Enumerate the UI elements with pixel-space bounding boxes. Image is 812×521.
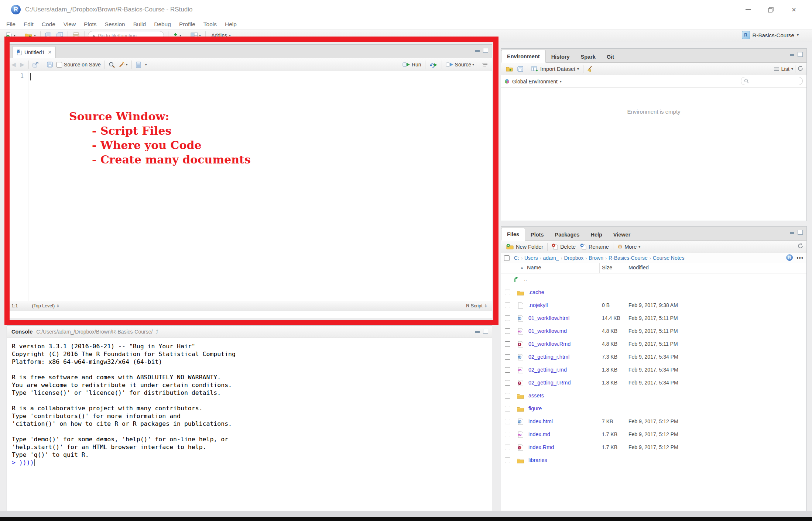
menu-debug[interactable]: Debug — [150, 21, 175, 28]
import-dataset-button[interactable]: Import Dataset ▾ — [529, 66, 581, 72]
file-name[interactable]: index.Rmd — [528, 444, 554, 450]
minimize-pane-icon[interactable] — [789, 230, 795, 235]
file-row-indexhtml[interactable]: index.html7 KBFeb 9, 2017, 5:12 PM — [501, 415, 806, 428]
source-tab-untitled1[interactable]: R Untitled1 ✕ — [12, 46, 56, 58]
file-name[interactable]: libraries — [528, 457, 547, 463]
back-icon[interactable]: ◀ — [9, 61, 18, 68]
rerun-button[interactable] — [427, 60, 440, 69]
menu-plots[interactable]: Plots — [80, 21, 100, 28]
breadcrumb-coursenotes[interactable]: Course Notes — [652, 255, 685, 261]
popout-button[interactable] — [31, 60, 41, 69]
workspace-panes-button[interactable]: ▾ — [189, 31, 203, 40]
row-checkbox[interactable] — [505, 290, 510, 295]
file-row-01workflowmd[interactable]: MD01_workflow.md4.8 KBFeb 9, 2017, 5:11 … — [501, 325, 806, 338]
restore-button[interactable] — [760, 2, 782, 17]
tab-plots[interactable]: Plots — [525, 229, 549, 240]
file-name[interactable]: .nojekyll — [528, 302, 548, 308]
file-name[interactable]: figure — [528, 406, 542, 411]
breadcrumb-dropbox[interactable]: Dropbox — [563, 255, 584, 261]
refresh-environment-icon[interactable] — [797, 65, 804, 73]
new-file-button[interactable]: ▾ — [4, 31, 17, 40]
run-button[interactable]: Run — [401, 60, 423, 69]
row-checkbox[interactable] — [505, 315, 510, 321]
version-control-button[interactable]: ▾ — [171, 31, 183, 40]
document-outline-button[interactable] — [480, 60, 490, 69]
file-name[interactable]: 02_getting_r.Rmd — [528, 380, 571, 386]
row-checkbox[interactable] — [505, 458, 510, 463]
compile-notebook-button[interactable] — [134, 60, 143, 69]
maximize-pane-icon[interactable] — [483, 329, 488, 334]
column-header-size[interactable]: Size — [602, 265, 612, 270]
environment-search[interactable] — [741, 77, 803, 85]
tab-viewer[interactable]: Viewer — [608, 229, 636, 240]
row-checkbox[interactable] — [505, 303, 510, 308]
menu-profile[interactable]: Profile — [175, 21, 199, 28]
forward-icon[interactable]: ▶ — [18, 61, 27, 68]
tab-history[interactable]: History — [546, 51, 575, 62]
menu-build[interactable]: Build — [129, 21, 150, 28]
code-editor[interactable]: 1 — [7, 71, 492, 301]
file-name[interactable]: 02_getting_r.md — [528, 367, 567, 373]
save-workspace-button[interactable] — [515, 64, 525, 74]
file-row-figure[interactable]: figure — [501, 403, 806, 415]
tab-environment[interactable]: Environment — [501, 50, 546, 63]
save-button[interactable] — [43, 31, 53, 40]
print-button[interactable] — [71, 31, 82, 40]
file-row-nojekyll[interactable]: .nojekyll0 BFeb 9, 2017, 9:38 AM — [501, 299, 806, 312]
rename-file-button[interactable]: Rename — [578, 244, 611, 250]
file-name[interactable]: index.md — [528, 431, 550, 437]
project-selector[interactable]: R R-Basics-Course ▾ — [742, 31, 799, 39]
source-on-save-checkbox[interactable] — [55, 60, 64, 69]
column-header-name[interactable]: Name — [527, 265, 541, 270]
breadcrumb-rbasicscourse[interactable]: R-Basics-Course — [608, 255, 648, 261]
maximize-pane-icon[interactable] — [798, 230, 803, 235]
goto-directory-icon[interactable]: ⤴ — [155, 329, 158, 335]
menu-session[interactable]: Session — [101, 21, 129, 28]
file-name[interactable]: assets — [528, 393, 544, 398]
file-name[interactable]: 01_workflow.md — [528, 328, 567, 334]
maximize-pane-icon[interactable] — [798, 52, 803, 57]
row-checkbox[interactable] — [505, 432, 510, 437]
row-checkbox[interactable] — [505, 380, 510, 386]
minimize-button[interactable] — [737, 2, 760, 17]
file-name[interactable]: 02_getting_r.html — [528, 354, 569, 360]
console-prompt[interactable]: > )))) — [12, 459, 492, 466]
maximize-pane-icon[interactable] — [483, 48, 488, 53]
load-workspace-button[interactable] — [504, 64, 515, 74]
row-checkbox[interactable] — [505, 367, 510, 373]
file-type-selector[interactable]: R Script — [466, 303, 482, 308]
file-row-indexrmd[interactable]: Rindex.Rmd1.7 KBFeb 9, 2017, 5:12 PM — [501, 441, 806, 454]
file-row-cache[interactable]: .cache — [501, 286, 806, 299]
sort-ascending-icon[interactable]: ▲ — [520, 266, 524, 269]
file-row-indexmd[interactable]: MDindex.md1.7 KBFeb 9, 2017, 5:12 PM — [501, 428, 806, 441]
goto-file-input[interactable] — [88, 31, 164, 40]
new-folder-button[interactable]: New Folder — [504, 244, 545, 250]
tab-spark[interactable]: Spark — [575, 51, 601, 62]
menu-view[interactable]: View — [59, 21, 80, 28]
list-view-selector[interactable]: List ▾ — [774, 66, 793, 72]
breadcrumb-brown[interactable]: Brown — [588, 255, 604, 261]
row-checkbox[interactable] — [505, 341, 510, 347]
minimize-pane-icon[interactable] — [789, 52, 795, 57]
file-name[interactable]: 01_workflow.html — [528, 315, 569, 321]
file-row-assets[interactable]: assets — [501, 390, 806, 403]
insert-chunk-menu[interactable]: ▾ — [143, 60, 149, 69]
checkbox-icon[interactable] — [56, 62, 62, 68]
more-menu-button[interactable]: ⚙ More ▾ — [615, 243, 643, 250]
file-name[interactable]: .cache — [528, 289, 544, 295]
file-row-[interactable]: .. — [501, 273, 806, 286]
breadcrumb-adam[interactable]: adam_ — [542, 255, 560, 261]
addins-menu[interactable]: Addins ▾ — [208, 32, 234, 38]
save-source-button[interactable] — [45, 60, 55, 69]
refresh-files-icon[interactable] — [797, 243, 804, 251]
file-row-01workflowrmd[interactable]: R01_workflow.Rmd4.8 KBFeb 9, 2017, 5:11 … — [501, 338, 806, 351]
row-checkbox[interactable] — [505, 393, 510, 398]
open-file-button[interactable]: ▾ — [23, 31, 38, 40]
file-name[interactable]: .. — [524, 276, 527, 282]
tab-files[interactable]: Files — [501, 228, 525, 241]
close-button[interactable]: ✕ — [782, 2, 805, 17]
file-name[interactable]: 01_workflow.Rmd — [528, 341, 571, 347]
menu-code[interactable]: Code — [38, 21, 59, 28]
row-checkbox[interactable] — [505, 328, 510, 334]
column-header-modified[interactable]: Modified — [628, 265, 649, 270]
